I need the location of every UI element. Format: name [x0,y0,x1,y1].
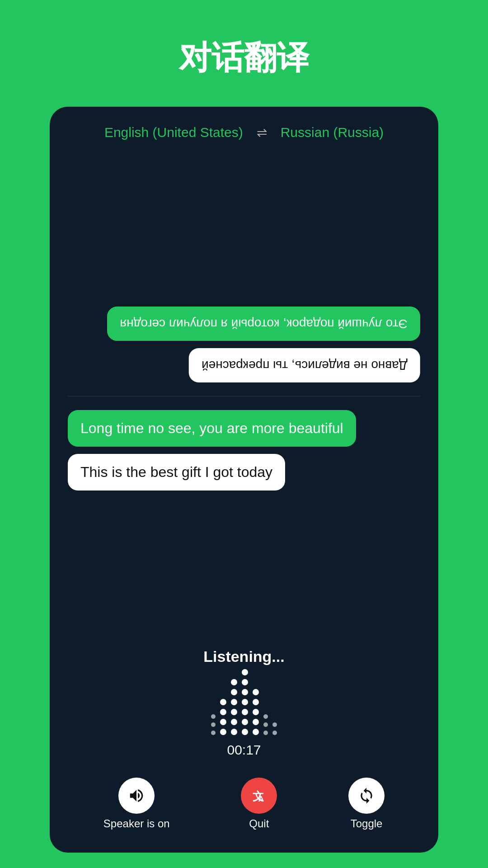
upper-chat-area: Это лучший подарок, который я получил се… [68,154,420,392]
dot [272,722,277,727]
waveform-col-1 [211,714,216,735]
lower-message-white: This is the best gift I got today [68,454,285,491]
quit-button[interactable]: 文 A [241,778,277,814]
dot [231,699,237,705]
quit-control: 文 A Quit [241,778,277,830]
waveform-col-2 [220,699,226,735]
dot [263,722,268,727]
dot [253,719,259,725]
dot [242,699,248,705]
svg-text:A: A [258,794,264,803]
dot [220,729,226,735]
translate-icon: 文 A [250,787,267,804]
lower-message-green: Long time no see, you are more beautiful [68,410,356,447]
chat-divider [68,396,420,396]
dot [242,719,248,725]
dot [231,709,237,715]
speaker-control: Speaker is on [103,778,170,830]
speaker-label: Speaker is on [103,817,170,830]
language-header: English (United States) ⇌ Russian (Russi… [68,125,420,140]
dot [242,729,248,735]
toggle-button[interactable] [348,778,385,814]
dot [253,729,259,735]
listening-label: Listening... [203,648,284,665]
translator-card: English (United States) ⇌ Russian (Russi… [50,107,438,853]
bottom-controls: Speaker is on 文 A Quit Toggle [68,773,420,835]
app-title: 对话翻译 [179,36,309,80]
waveform [211,676,277,735]
dot [220,719,226,725]
dot [211,722,216,727]
timer-display: 00:17 [227,742,261,758]
dot [242,669,248,675]
target-language[interactable]: Russian (Russia) [281,125,384,140]
swap-icon[interactable]: ⇌ [257,125,267,140]
refresh-icon [358,787,375,804]
quit-label: Quit [249,817,269,830]
lower-chat-area: Long time no see, you are more beautiful… [68,401,420,639]
dot [231,689,237,695]
speaker-icon [128,787,145,804]
dot [211,731,216,735]
waveform-col-4 [242,669,248,735]
dot [220,699,226,705]
dot [220,709,226,715]
dot [242,679,248,685]
source-language[interactable]: English (United States) [104,125,243,140]
dot [242,689,248,695]
dot [231,679,237,685]
dot [231,729,237,735]
dot [272,731,277,735]
listening-area: Listening... [68,639,420,773]
dot [263,731,268,735]
dot [211,714,216,719]
dot [263,714,268,719]
dot [253,709,259,715]
waveform-col-5 [253,689,259,735]
upper-message-white: Давно не виделись, ты прекрасней [189,348,420,382]
waveform-col-7 [272,722,277,735]
speaker-button[interactable] [118,778,155,814]
toggle-control: Toggle [348,778,385,830]
waveform-col-6 [263,714,268,735]
dot [242,709,248,715]
dot [253,689,259,695]
dot [231,719,237,725]
waveform-col-3 [231,679,237,735]
dot [253,699,259,705]
upper-message-green: Это лучший подарок, который я получил се… [107,307,420,341]
toggle-label: Toggle [351,817,383,830]
